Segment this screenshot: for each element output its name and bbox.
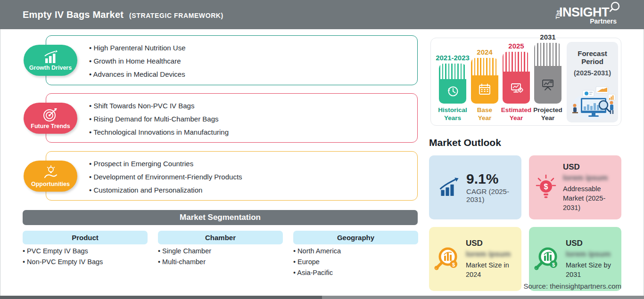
list-item: Non-PVC Empty IV Bags xyxy=(23,258,148,266)
source-attribution: Source: theinsightpartners.com xyxy=(523,282,621,290)
growth-driver-item: Advances in Medical Devices xyxy=(89,70,417,78)
opportunity-item: Prospect in Emerging Countries xyxy=(89,160,417,168)
blurred-market-value: lorem ipsum xyxy=(466,250,521,259)
analytics-illustration xyxy=(569,84,616,121)
card-description: Addressable Market (2025-2031) xyxy=(563,184,619,213)
bar-stripes xyxy=(534,43,561,66)
cagr-label: CAGR (2025-2031) xyxy=(466,187,521,203)
timeline-panel: 2021-2023 Historical Years 2024 xyxy=(430,38,621,126)
opportunities-badge: Opportunities xyxy=(24,161,77,192)
currency-label: USD xyxy=(466,239,521,248)
blurred-market-value: lorem ipsum xyxy=(566,250,621,259)
year-label: 2021-2023 xyxy=(436,54,470,62)
cagr-card: 9.1% CAGR (2025-2031) xyxy=(429,155,521,219)
forecast-period-label: Period xyxy=(567,57,618,65)
forecast-period-range: (2025-2031) xyxy=(567,69,618,77)
bar-chart-growth-icon xyxy=(41,50,60,64)
bar-stripes xyxy=(503,52,530,72)
future-trend-item: Rising Demand for Multi-Chamber Bags xyxy=(89,115,417,123)
target-dart-icon xyxy=(42,107,58,122)
market-size-2024-card: $ USD lorem ipsum Market Size in 2024 xyxy=(429,227,521,291)
market-size-2031-card: $ USD lorem ipsum Market Size by 2031 xyxy=(529,227,621,291)
year-label: 2025 xyxy=(508,42,524,50)
header-titles: Empty IV Bags Market (STRATEGIC FRAMEWOR… xyxy=(23,9,223,20)
product-segment-list: PVC Empty IV Bags Non-PVC Empty IV Bags xyxy=(23,247,148,269)
cagr-value: 9.1% xyxy=(466,171,521,186)
monitor-gear-icon xyxy=(508,80,524,95)
market-segmentation-bar: Market Segmentation xyxy=(23,210,418,225)
page-title: Empty IV Bags Market xyxy=(23,9,124,20)
list-item: Multi-chamber xyxy=(158,258,283,266)
future-trends-badge: Future Trends xyxy=(24,103,77,134)
segment-header-product: Product xyxy=(23,231,148,244)
list-item: North America xyxy=(293,247,418,255)
list-item: Europe xyxy=(293,258,418,266)
bar-stripes xyxy=(439,64,466,79)
forecast-period-panel: Forecast Period (2025-2031) xyxy=(567,42,618,122)
bar-caption: Base Year xyxy=(477,106,492,122)
magnifier-chart-dollar-icon: $ xyxy=(433,244,462,274)
infographic-page: Empty IV Bags Market (STRATEGIC FRAMEWOR… xyxy=(0,0,644,299)
currency-label: USD xyxy=(563,162,619,172)
bottom-bar-left-segment xyxy=(0,296,322,299)
clock-history-icon xyxy=(445,83,461,99)
insight-partners-logo: The INSIGHT Partners xyxy=(555,4,618,26)
projected-year-bar: 2031 Projected Year xyxy=(532,33,563,122)
bar-caption: Estimated Year xyxy=(501,106,532,122)
presentation-chart-icon xyxy=(540,77,556,92)
growth-driver-item: Growth in Home Healthcare xyxy=(89,57,417,65)
chamber-segment-list: Single Chamber Multi-chamber xyxy=(158,247,283,269)
bulb-hand-icon xyxy=(42,165,59,180)
segment-header-label: Geography xyxy=(337,234,374,242)
bottom-bar xyxy=(0,296,644,299)
logo-partners-text: Partners xyxy=(590,17,617,25)
growth-drivers-badge: Growth Drivers xyxy=(24,45,77,76)
future-trend-item: Shift Towards Non-PVC IV Bags xyxy=(89,102,417,110)
growth-drivers-label: Growth Drivers xyxy=(29,65,72,71)
list-item: Asia-Pacific xyxy=(293,269,418,276)
opportunities-label: Opportunities xyxy=(31,181,70,187)
magnifier-icon xyxy=(608,1,620,14)
growth-arrow-chart-icon xyxy=(438,176,461,199)
card-description: Market Size in 2024 xyxy=(466,260,521,280)
header-bar: Empty IV Bags Market (STRATEGIC FRAMEWOR… xyxy=(0,0,644,29)
svg-text:$: $ xyxy=(544,183,548,191)
svg-text:$: $ xyxy=(552,262,555,267)
historical-years-bar: 2021-2023 Historical Years xyxy=(437,54,468,122)
future-trends-box: Shift Towards Non-PVC IV Bags Rising Dem… xyxy=(46,93,418,143)
opportunity-item: Customization and Personalization xyxy=(89,186,417,194)
bar-caption: Projected Year xyxy=(533,106,562,122)
opportunity-item: Development of Environment-Friendly Prod… xyxy=(89,173,417,181)
bulb-dollar-icon: $ xyxy=(533,172,559,202)
growth-drivers-box: High Parenteral Nutrition Use Growth in … xyxy=(46,35,418,85)
future-trends-label: Future Trends xyxy=(31,123,70,129)
year-label: 2024 xyxy=(477,48,492,56)
estimated-year-bar: 2025 xyxy=(501,42,532,122)
currency-label: USD xyxy=(566,239,621,248)
segment-header-label: Chamber xyxy=(205,234,236,242)
growth-driver-item: High Parenteral Nutrition Use xyxy=(89,44,417,52)
addressable-market-card: $ USD lorem ipsum Addressable Market (20… xyxy=(529,155,621,219)
bar-stripes xyxy=(471,58,498,75)
future-trend-item: Technological Innovations in Manufacturi… xyxy=(89,128,417,136)
svg-text:$: $ xyxy=(452,262,455,267)
geography-segment-list: North America Europe Asia-Pacific xyxy=(293,247,418,280)
forecast-period-label: Forecast xyxy=(567,49,618,57)
list-item: PVC Empty IV Bags xyxy=(23,247,148,255)
year-label: 2031 xyxy=(540,33,555,41)
bottom-bar-right-segment xyxy=(322,296,644,299)
segment-header-label: Product xyxy=(72,234,99,242)
page-subtitle: (STRATEGIC FRAMEWORK) xyxy=(129,12,223,19)
bar-caption: Historical Years xyxy=(438,106,467,122)
segment-header-geography: Geography xyxy=(293,231,418,244)
blurred-market-value: lorem ipsum xyxy=(563,174,619,182)
segment-header-chamber: Chamber xyxy=(158,231,283,244)
market-segmentation-title: Market Segmentation xyxy=(180,213,261,222)
list-item: Single Chamber xyxy=(158,247,283,255)
calendar-icon xyxy=(477,82,492,97)
card-description: Market Size by 2031 xyxy=(566,260,621,280)
magnifier-chart-dollar-icon: $ xyxy=(533,244,562,274)
base-year-bar: 2024 Base xyxy=(469,48,500,122)
opportunities-box: Prospect in Emerging Countries Developme… xyxy=(46,151,418,201)
market-outlook-title: Market Outlook xyxy=(429,137,501,148)
